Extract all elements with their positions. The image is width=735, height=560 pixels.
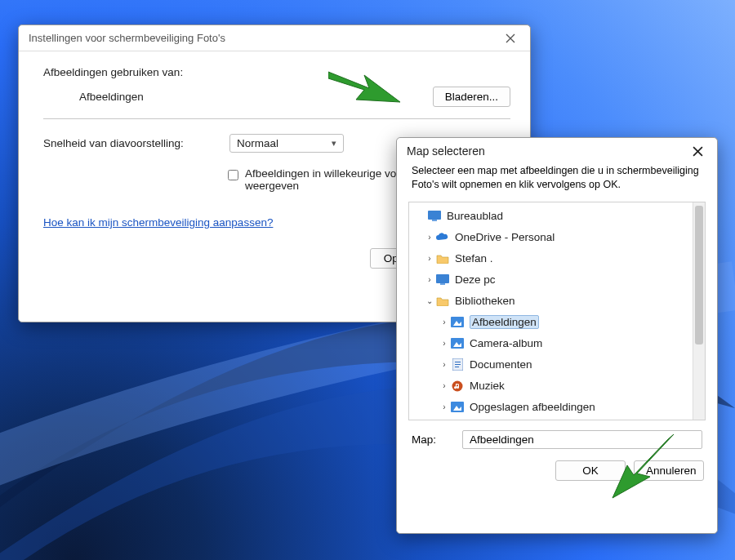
svg-rect-9	[455, 362, 461, 362]
tree-item-thispc[interactable]: › Deze pc	[409, 269, 702, 291]
close-icon[interactable]	[496, 28, 525, 49]
tree-item-documents[interactable]: › Documenten	[409, 354, 702, 376]
picture-icon	[450, 400, 465, 415]
speed-label: Snelheid van diavoorstelling:	[43, 137, 215, 149]
source-value: Afbeeldingen	[79, 91, 433, 103]
ok-button[interactable]: OK	[555, 460, 626, 481]
picture-icon	[450, 315, 465, 330]
tree-item-videos[interactable]: › Video's	[409, 418, 702, 420]
folder-icon	[435, 294, 450, 309]
folder-tree[interactable]: Bureaublad › OneDrive - Personal › Stefa…	[408, 202, 706, 420]
music-icon	[450, 379, 465, 393]
browse-button[interactable]: Bladeren...	[433, 87, 510, 107]
picture-icon	[450, 336, 465, 351]
folder-picker-dialog: Map selecteren Selecteer een map met afb…	[396, 137, 718, 534]
cloud-icon	[435, 230, 450, 245]
tree-item-pictures[interactable]: › Afbeeldingen	[409, 312, 702, 333]
svg-rect-10	[455, 364, 461, 365]
chevron-down-icon: ⌄	[424, 296, 435, 305]
document-icon	[450, 358, 465, 372]
speed-value: Normaal	[237, 137, 278, 149]
picker-title: Map selecteren	[407, 144, 683, 158]
chevron-right-icon: ›	[424, 275, 435, 284]
chevron-right-icon: ›	[439, 381, 450, 390]
svg-rect-3	[440, 283, 445, 285]
svg-point-12	[452, 380, 463, 391]
chevron-right-icon: ›	[439, 402, 450, 411]
picker-instruction: Selecteer een map met afbeeldingen die u…	[397, 164, 717, 198]
chevron-down-icon: ▾	[332, 138, 336, 149]
cancel-button[interactable]: Annuleren	[634, 460, 704, 481]
chevron-right-icon: ›	[439, 339, 450, 348]
tree-item-desktop[interactable]: Bureaublad	[409, 206, 702, 227]
settings-title: Instellingen voor schermbeveiliging Foto…	[29, 32, 496, 44]
tree-scrollbar[interactable]	[693, 202, 705, 420]
tree-item-music[interactable]: › Muziek	[409, 376, 702, 397]
desktop-icon	[427, 209, 442, 224]
folder-icon	[435, 251, 450, 266]
tree-item-user[interactable]: › Stefan .	[409, 248, 702, 269]
svg-rect-11	[455, 367, 459, 367]
chevron-right-icon: ›	[439, 360, 450, 369]
speed-select[interactable]: Normaal ▾	[229, 134, 344, 153]
tree-item-onedrive[interactable]: › OneDrive - Personal	[409, 227, 702, 248]
svg-rect-2	[436, 274, 449, 283]
close-icon[interactable]	[683, 140, 712, 162]
chevron-right-icon: ›	[424, 233, 435, 242]
shuffle-checkbox[interactable]	[228, 170, 238, 180]
chevron-right-icon: ›	[439, 318, 450, 327]
map-label: Map:	[412, 433, 448, 446]
map-input[interactable]	[462, 430, 702, 449]
separator	[43, 118, 510, 119]
tree-item-saved[interactable]: › Opgeslagen afbeeldingen	[409, 397, 702, 418]
tree-item-libraries[interactable]: ⌄ Bibliotheken	[409, 291, 702, 312]
monitor-icon	[435, 273, 450, 287]
svg-rect-0	[428, 211, 441, 220]
use-from-label: Afbeeldingen gebruiken van:	[43, 66, 510, 78]
svg-rect-1	[432, 220, 437, 221]
tree-item-camera[interactable]: › Camera-album	[409, 333, 702, 354]
help-link[interactable]: Hoe kan ik mijn schermbeveiliging aanpas…	[43, 216, 273, 229]
chevron-right-icon: ›	[424, 254, 435, 263]
